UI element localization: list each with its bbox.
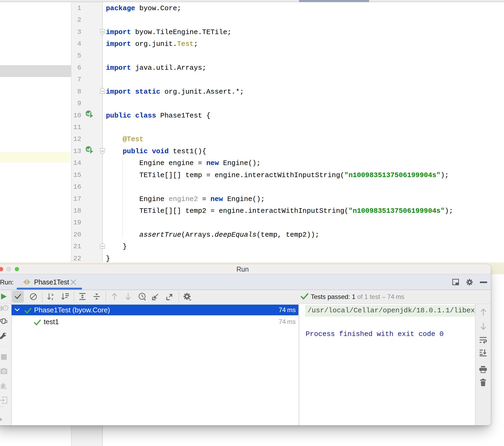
svg-text:z: z: [51, 297, 53, 301]
svg-text:a: a: [51, 293, 54, 297]
